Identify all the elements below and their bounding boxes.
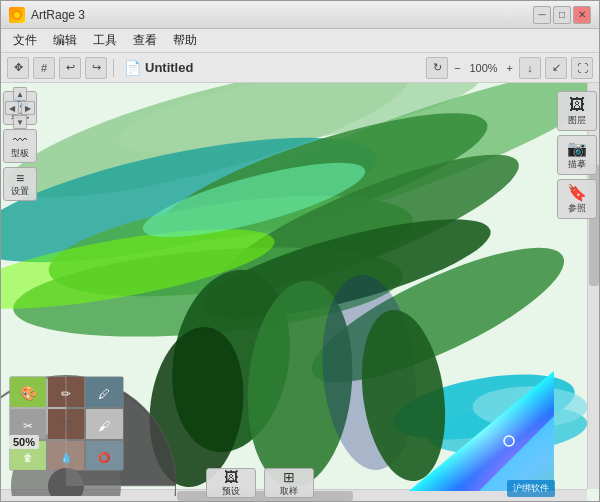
canvas-area[interactable]: ▲ ◀ ▶ ▼ 🐾 贴纸 〰 型板 [1, 83, 599, 501]
doc-icon: 📄 [124, 60, 141, 76]
template-label: 型板 [11, 147, 29, 160]
ref-label: 参照 [568, 202, 586, 215]
layers-icon: 🖼 [569, 96, 585, 114]
menu-view[interactable]: 查看 [125, 30, 165, 51]
move-arrows: ▲ ◀ ▶ ▼ [5, 87, 35, 129]
ref-btn[interactable]: 🔖 参照 [557, 179, 597, 219]
arrow-row-bot: ▼ [13, 115, 27, 129]
menu-help[interactable]: 帮助 [165, 30, 205, 51]
separator [113, 59, 114, 77]
svg-text:🎨: 🎨 [20, 385, 38, 402]
toolbar-rotate[interactable]: ↻ [426, 57, 448, 79]
sample-icon: ⊞ [283, 469, 295, 485]
layers-label: 图层 [568, 114, 586, 127]
menu-tools[interactable]: 工具 [85, 30, 125, 51]
svg-text:🖊: 🖊 [98, 387, 110, 401]
preset-icon: 🖼 [224, 469, 238, 485]
zoom-value: 100% [467, 62, 501, 74]
document-title-area: 📄 Untitled [124, 60, 193, 76]
toolbar-download[interactable]: ↓ [519, 57, 541, 79]
arrow-up[interactable]: ▲ [13, 87, 27, 101]
settings-tool[interactable]: ≡ 设置 [3, 167, 37, 201]
trace-icon: 📷 [567, 139, 587, 158]
svg-point-1 [14, 12, 20, 18]
arrow-down[interactable]: ▼ [13, 115, 27, 129]
svg-text:✂: ✂ [23, 419, 33, 433]
settings-icon: ≡ [16, 171, 24, 185]
menubar: 文件 编辑 工具 查看 帮助 [1, 29, 599, 53]
template-icon: 〰 [13, 133, 27, 147]
arrow-row-mid: ◀ ▶ [5, 101, 35, 115]
toolbar-undo[interactable]: ↩ [59, 57, 81, 79]
maximize-button[interactable]: □ [553, 6, 571, 24]
svg-text:🗑: 🗑 [23, 452, 33, 463]
document-name: Untitled [145, 60, 193, 75]
watermark: 沪绑软件 [507, 480, 555, 497]
right-panel: 🖼 图层 📷 描摹 🔖 参照 [555, 83, 599, 501]
titlebar: ArtRage 3 ─ □ ✕ [1, 1, 599, 29]
settings-label: 设置 [11, 185, 29, 198]
window-title: ArtRage 3 [31, 8, 533, 22]
toolbar-fullscreen[interactable]: ⛶ [571, 57, 593, 79]
close-button[interactable]: ✕ [573, 6, 591, 24]
toolbar-move[interactable]: ✥ [7, 57, 29, 79]
svg-text:🖌: 🖌 [98, 419, 110, 433]
toolbar-fit[interactable]: ↙ [545, 57, 567, 79]
app-window: ArtRage 3 ─ □ ✕ 文件 编辑 工具 查看 帮助 ✥ # ↩ ↪ 📄… [0, 0, 600, 502]
layers-btn[interactable]: 🖼 图层 [557, 91, 597, 131]
app-icon [9, 7, 25, 23]
svg-text:⭕: ⭕ [98, 451, 111, 464]
sample-label: 取样 [280, 485, 298, 498]
toolbar: ✥ # ↩ ↪ 📄 Untitled ↻ − 100% + ↓ ↙ ⛶ [1, 53, 599, 83]
sample-btn[interactable]: ⊞ 取样 [264, 468, 314, 498]
arrow-right[interactable]: ▶ [21, 101, 35, 115]
main-area: ▲ ◀ ▶ ▼ 🐾 贴纸 〰 型板 [1, 83, 599, 501]
preset-btn[interactable]: 🖼 预设 [206, 468, 256, 498]
zoom-plus: + [505, 62, 515, 74]
trace-btn[interactable]: 📷 描摹 [557, 135, 597, 175]
preset-label: 预设 [222, 485, 240, 498]
zoom-separator: − [452, 62, 462, 74]
minimize-button[interactable]: ─ [533, 6, 551, 24]
arrow-row-top: ▲ [13, 87, 27, 101]
ref-icon: 🔖 [567, 183, 587, 202]
menu-file[interactable]: 文件 [5, 30, 45, 51]
window-controls: ─ □ ✕ [533, 6, 591, 24]
template-tool[interactable]: 〰 型板 [3, 129, 37, 163]
menu-edit[interactable]: 编辑 [45, 30, 85, 51]
brush-size-percent: 50% [9, 435, 39, 449]
toolbar-redo[interactable]: ↪ [85, 57, 107, 79]
bottom-bar: 🖼 预设 ⊞ 取样 [121, 465, 399, 501]
arrow-left[interactable]: ◀ [5, 101, 19, 115]
trace-label: 描摹 [568, 158, 586, 171]
toolbar-grid[interactable]: # [33, 57, 55, 79]
